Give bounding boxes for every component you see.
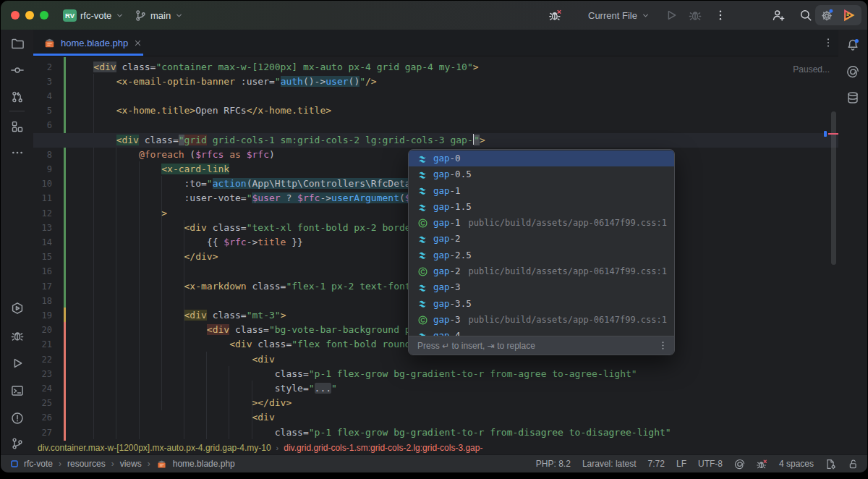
- code-line-14[interactable]: {{ $rfc->title }}: [71, 235, 303, 250]
- title-bar: RV rfc-vote main Current File: [1, 1, 867, 30]
- tab-options-icon[interactable]: [822, 37, 834, 48]
- completion-item-gap-3[interactable]: gap-3public/build/assets/app-06147f99.cs…: [409, 312, 674, 328]
- gutter-modified-stripe: [64, 308, 66, 322]
- completion-options-icon[interactable]: [658, 340, 668, 351]
- line-number: 23: [33, 367, 52, 381]
- matched-prefix: gap: [433, 263, 450, 279]
- project-tool-icon[interactable]: [11, 37, 24, 50]
- close-window-button[interactable]: [11, 11, 20, 20]
- file-gear-icon[interactable]: [825, 459, 836, 470]
- code-line-24[interactable]: style="...": [71, 381, 337, 396]
- status-widget-item[interactable]: UTF-8: [698, 459, 723, 469]
- settings-gear-icon[interactable]: [820, 9, 833, 22]
- ai-assistant-icon[interactable]: [846, 65, 859, 78]
- breadcrumb-item[interactable]: div.grid.grid-cols-1.sm:grid-cols-2.lg:g…: [284, 443, 482, 453]
- line-number: 17: [33, 279, 52, 294]
- completion-item-gap-3[interactable]: gap-3: [409, 279, 674, 295]
- code-line-7[interactable]: <div class="grid grid-cols-1 sm:grid-col…: [71, 133, 485, 148]
- minimize-window-button[interactable]: [25, 11, 34, 20]
- code-line-26[interactable]: <div: [71, 410, 275, 425]
- zoom-window-button[interactable]: [40, 11, 48, 20]
- commit-tool-icon[interactable]: [11, 64, 24, 77]
- more-actions-icon[interactable]: [714, 9, 727, 22]
- tab-home-blade-php[interactable]: home.blade.php: [33, 30, 151, 56]
- code-line-19[interactable]: <div class="mt-3">: [71, 308, 286, 323]
- terminal-tool-icon[interactable]: [11, 384, 24, 397]
- status-widget-item[interactable]: 7:72: [648, 459, 665, 469]
- branch-widget[interactable]: main: [135, 1, 184, 30]
- code-line-10[interactable]: :to="action(App\Http\Controllers\RfcDeta…: [71, 177, 427, 191]
- code-line-22[interactable]: <div: [71, 352, 275, 367]
- code-line-20[interactable]: <div class="bg-vote-bar-background p-1: [71, 323, 422, 337]
- debug-icon[interactable]: [689, 9, 702, 22]
- structure-tool-icon[interactable]: [11, 120, 24, 133]
- more-tools-icon[interactable]: [11, 146, 24, 159]
- status-path-item[interactable]: rfc-vote: [24, 459, 53, 469]
- completion-item-gap-0[interactable]: gap-0: [409, 151, 674, 166]
- code-with-me-icon[interactable]: [772, 9, 785, 22]
- run-tool-icon[interactable]: [11, 357, 24, 370]
- completion-suffix: -3: [450, 279, 461, 295]
- status-path-item[interactable]: home.blade.php: [173, 459, 235, 469]
- code-line-9[interactable]: <x-card-link: [71, 162, 229, 177]
- run-configuration-select[interactable]: Current File: [588, 1, 650, 30]
- run-icon[interactable]: [665, 9, 678, 22]
- completion-suffix: -3: [450, 312, 461, 328]
- debug-tool-icon[interactable]: [11, 329, 24, 342]
- status-path-item[interactable]: views: [120, 459, 142, 469]
- database-tool-icon[interactable]: [846, 91, 859, 104]
- code-line-11[interactable]: :user-vote="$user ? $rfc->userArgument($…: [71, 191, 427, 205]
- completion-item-gap-1[interactable]: gap-1public/build/assets/app-06147f99.cs…: [409, 215, 674, 231]
- breadcrumb-item[interactable]: div.container.max-w-[1200px].mx-auto.px-…: [38, 443, 271, 453]
- css-class-icon: [417, 266, 428, 277]
- search-everywhere-icon[interactable]: [799, 9, 812, 22]
- completion-item-gap-1[interactable]: gap-1: [409, 183, 674, 199]
- line-number: 3: [33, 75, 52, 89]
- completion-item-gap-0.5[interactable]: gap-0.5: [409, 166, 674, 182]
- services-tool-icon[interactable]: [11, 302, 24, 315]
- code-line-5[interactable]: <x-home.title>Open RFCs</x-home.title>: [71, 103, 331, 118]
- laravel-idea-icon[interactable]: [842, 8, 856, 22]
- version-control-tool-icon[interactable]: [11, 437, 24, 450]
- completion-item-gap-1.5[interactable]: gap-1.5: [409, 199, 674, 215]
- completion-item-gap-3.5[interactable]: gap-3.5: [409, 296, 674, 312]
- code-line-27[interactable]: class="p-1 flex-grow bg-gradient-to-r fr…: [71, 425, 671, 440]
- pull-requests-tool-icon[interactable]: [11, 90, 24, 103]
- completion-item-gap-2[interactable]: gap-2: [409, 231, 674, 247]
- completion-item-gap-2[interactable]: gap-2public/build/assets/app-06147f99.cs…: [409, 263, 674, 279]
- code-line-13[interactable]: <div class="text-xl font-bold px-2 borde…: [71, 221, 427, 235]
- code-line-23[interactable]: class="p-1 flex-grow bg-gradient-to-r fr…: [71, 367, 637, 381]
- matched-prefix: gap: [433, 166, 450, 182]
- status-widget-item[interactable]: PHP: 8.2: [536, 459, 571, 469]
- notifications-bell-icon[interactable]: [846, 38, 859, 51]
- close-tab-icon[interactable]: [133, 38, 142, 48]
- code-line-12[interactable]: >: [71, 206, 167, 221]
- code-line-3[interactable]: <x-email-optin-banner :user="auth()->use…: [71, 75, 377, 89]
- line-number: 22: [33, 352, 52, 367]
- line-number: 10: [33, 177, 52, 191]
- status-widget-item[interactable]: LF: [676, 459, 686, 469]
- code-line-2[interactable]: <div class="container max-w-[1200px] mx-…: [71, 60, 479, 75]
- completion-suffix: -1: [450, 183, 461, 199]
- ai-icon[interactable]: [734, 459, 745, 470]
- blue-square-icon[interactable]: [11, 460, 18, 467]
- project-avatar: RV: [63, 9, 77, 22]
- stop-debugger-icon[interactable]: [549, 9, 562, 22]
- separator: ›: [111, 459, 114, 469]
- code-line-25[interactable]: ></div>: [71, 396, 292, 410]
- code-line-15[interactable]: </div>: [71, 250, 218, 264]
- blade-icon[interactable]: [156, 459, 167, 470]
- line-number: 18: [33, 294, 52, 308]
- code-line-8[interactable]: @foreach ($rfcs as $rfc): [71, 148, 275, 162]
- problems-tool-icon[interactable]: [11, 412, 24, 425]
- lock-open-icon[interactable]: [848, 459, 859, 470]
- completion-item-gap-2.5[interactable]: gap-2.5: [409, 247, 674, 263]
- matched-prefix: gap: [433, 247, 450, 263]
- bug-x-icon[interactable]: [757, 459, 767, 470]
- status-widget-item[interactable]: Laravel: latest: [582, 459, 637, 469]
- status-widget-item[interactable]: 4 spaces: [779, 459, 814, 469]
- project-widget[interactable]: RV rfc-vote: [63, 1, 124, 30]
- code-line-17[interactable]: <x-markdown class="flex-1 px-2 text-font…: [71, 279, 427, 294]
- code-line-21[interactable]: <div class="flex font-bold rounded-: [71, 337, 427, 352]
- status-path-item[interactable]: resources: [67, 459, 106, 469]
